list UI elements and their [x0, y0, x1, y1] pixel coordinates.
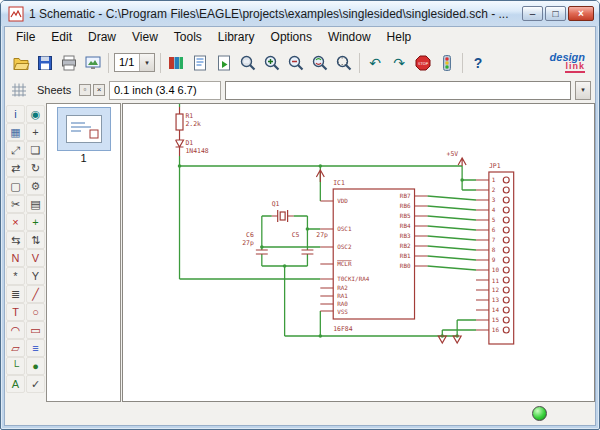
tool-info[interactable]: i	[6, 105, 25, 123]
tool-display[interactable]: ▦	[6, 123, 25, 141]
tool-change[interactable]: ⚙	[26, 177, 45, 195]
tool-erc[interactable]: ✓	[26, 375, 45, 393]
d1-name: D1	[185, 139, 193, 147]
schematic-canvas[interactable]: R1 2.2k D1 1N4148 Q1 C6 27p C5 27p +5V I…	[122, 103, 595, 402]
library-button[interactable]	[164, 51, 188, 75]
cam-image-icon	[84, 54, 102, 72]
zoom-redraw-button[interactable]	[308, 51, 332, 75]
panel-close-button[interactable]: ×	[93, 84, 105, 96]
c5-name: C5	[292, 231, 300, 239]
tool-mirror[interactable]: ⇄	[6, 159, 25, 177]
tool-smash[interactable]: *	[6, 267, 25, 285]
tool-polygon[interactable]: ▱	[6, 339, 25, 357]
tool-mark[interactable]: +	[26, 123, 45, 141]
stop-button[interactable]: STOP	[411, 51, 435, 75]
command-history-dropdown[interactable]: ▾	[575, 81, 591, 100]
title-bar[interactable]: 1 Schematic - C:\Program Files\EAGLE\pro…	[1, 1, 599, 26]
menu-item[interactable]: Tools	[166, 28, 210, 46]
help-button[interactable]: ?	[466, 51, 490, 75]
zoom-fit-button[interactable]	[236, 51, 260, 75]
tool-split[interactable]: Y	[26, 267, 45, 285]
tool-copy[interactable]: ❏	[26, 141, 45, 159]
svg-text:16: 16	[492, 326, 500, 333]
cam-processor-button[interactable]	[81, 51, 105, 75]
script-button[interactable]	[188, 51, 212, 75]
menu-item[interactable]: Edit	[43, 28, 80, 46]
svg-text:10: 10	[492, 266, 500, 273]
tool-circle[interactable]: ○	[26, 303, 45, 321]
tool-text[interactable]: T	[6, 303, 25, 321]
open-button[interactable]	[9, 51, 33, 75]
zoom-out-icon	[287, 54, 305, 72]
print-button[interactable]	[57, 51, 81, 75]
traffic-light-button[interactable]	[435, 51, 459, 75]
tool-pinswap[interactable]: ⇆	[6, 231, 25, 249]
zoom-select-button[interactable]	[332, 51, 356, 75]
sheet-selector[interactable]: 1/1 ▾	[114, 53, 155, 72]
supply-label: +5V	[447, 150, 459, 158]
svg-text:VSS: VSS	[337, 308, 348, 315]
tool-cut[interactable]: ✂	[6, 195, 25, 213]
tool-move[interactable]: ⤢	[6, 141, 25, 159]
grid-button[interactable]	[7, 78, 31, 102]
tool-invoke[interactable]: ≣	[6, 285, 25, 303]
save-button[interactable]	[33, 51, 57, 75]
printer-icon	[60, 54, 78, 72]
app-icon	[8, 6, 24, 22]
tool-delete[interactable]: ×	[6, 213, 25, 231]
menu-item[interactable]: Draw	[80, 28, 124, 46]
svg-text:RA0: RA0	[337, 300, 348, 307]
tool-gateswap[interactable]: ⇅	[26, 231, 45, 249]
zoom-out-button[interactable]	[284, 51, 308, 75]
sheets-panel: 1	[46, 103, 121, 402]
tool-group[interactable]: ▢	[6, 177, 25, 195]
sheet-list-item[interactable]	[57, 107, 111, 151]
redo-button[interactable]: ↷	[387, 51, 411, 75]
tool-name[interactable]: N	[6, 249, 25, 267]
jp1-name: JP1	[489, 162, 501, 170]
tool-net[interactable]: └	[6, 357, 25, 375]
tool-add[interactable]: +	[26, 213, 45, 231]
tool-show[interactable]: ◉	[26, 105, 45, 123]
svg-text:6: 6	[492, 226, 496, 233]
menu-item[interactable]: Window	[320, 28, 379, 46]
menu-item[interactable]: Options	[263, 28, 320, 46]
maximize-button[interactable]: □	[545, 6, 566, 21]
tool-rotate[interactable]: ↻	[26, 159, 45, 177]
panel-float-button[interactable]: ▫	[79, 84, 91, 96]
menu-item[interactable]: File	[8, 28, 43, 46]
status-led	[532, 406, 547, 421]
svg-text:OSC1: OSC1	[337, 225, 352, 232]
svg-text:8: 8	[492, 246, 496, 253]
r1-value: 2.2k	[185, 120, 201, 128]
tool-value[interactable]: V	[26, 249, 45, 267]
tool-bus[interactable]: ≡	[26, 339, 45, 357]
q1-name: Q1	[272, 200, 280, 208]
zoom-in-button[interactable]	[260, 51, 284, 75]
tool-rect[interactable]: ▭	[26, 321, 45, 339]
menu-item[interactable]: Library	[210, 28, 263, 46]
command-input[interactable]	[225, 81, 571, 100]
schematic-drawing: R1 2.2k D1 1N4148 Q1 C6 27p C5 27p +5V I…	[123, 104, 594, 401]
open-folder-icon	[12, 54, 30, 72]
chevron-down-icon[interactable]: ▾	[139, 54, 154, 71]
menu-item[interactable]: Help	[379, 28, 420, 46]
menu-item[interactable]: View	[124, 28, 166, 46]
main-toolbar: 1/1 ▾ ↶ ↷ STOP ? design link	[5, 47, 595, 78]
undo-button[interactable]: ↶	[363, 51, 387, 75]
command-bar: Sheets ▫ × 0.1 inch (3.4 6.7) ▾	[5, 78, 595, 103]
tool-junction[interactable]: ●	[26, 357, 45, 375]
toolbar-separator	[108, 53, 109, 73]
toolbar-separator	[462, 53, 463, 73]
tool-label[interactable]: A	[6, 375, 25, 393]
svg-text:RB1: RB1	[400, 252, 411, 259]
close-button[interactable]: ×	[568, 6, 594, 21]
tool-paste[interactable]: ▤	[26, 195, 45, 213]
tool-arc[interactable]: ◠	[6, 321, 25, 339]
run-button[interactable]	[212, 51, 236, 75]
tool-wire[interactable]: ╱	[26, 285, 45, 303]
minimize-button[interactable]: –	[522, 6, 543, 21]
svg-text:1: 1	[492, 176, 496, 183]
undo-icon: ↶	[369, 55, 381, 71]
svg-text:9: 9	[492, 256, 496, 263]
